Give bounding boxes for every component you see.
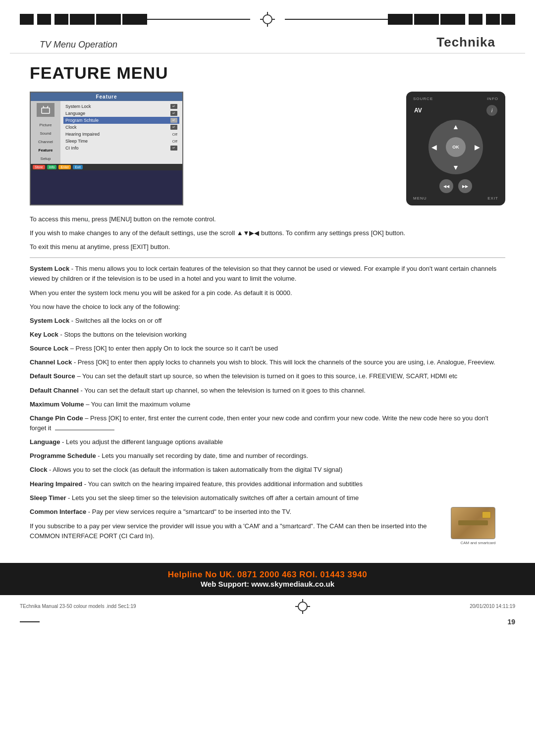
tv-sidebar-sound: Sound bbox=[40, 130, 51, 137]
page-number: 19 bbox=[507, 618, 515, 626]
desc-keylock: Key Lock - Stops the buttons on the tele… bbox=[30, 330, 505, 340]
desc-clock-text: - Allows you to set the clock (as defaul… bbox=[49, 466, 342, 473]
feature-name-systemlock: System Lock bbox=[30, 265, 69, 272]
desc-lock-choice: You now have the choice to lock any of t… bbox=[30, 302, 505, 312]
top-bar-block bbox=[469, 14, 482, 25]
desc-pinchange: Change Pin Code – Press [OK] to enter, f… bbox=[30, 413, 505, 433]
remote-ok-button[interactable]: OK bbox=[446, 137, 466, 157]
desc-maxvolume: Maximum Volume – You can limit the maxim… bbox=[30, 400, 505, 409]
cam-card-image bbox=[451, 507, 495, 539]
desc-sleeptimer: Sleep Timer - Lets you set the sleep tim… bbox=[30, 493, 505, 503]
tv-row-hearingimpaired: Hearing Impaired Off bbox=[63, 131, 179, 138]
desc-commoninterface-text: - Pay per view services require a "smart… bbox=[88, 508, 291, 515]
page-number-row: 19 bbox=[0, 618, 535, 636]
enter-icon: ↵ bbox=[170, 104, 177, 109]
desc-systemlock-text: - This menu allows you to lock certain f… bbox=[30, 265, 496, 282]
tv-sidebar-picture: Picture bbox=[40, 122, 52, 128]
desc-cam-detail: If you subscribe to a pay per view servi… bbox=[30, 521, 441, 541]
remote-menu-label: MENU bbox=[413, 196, 427, 201]
desc-defaultchannel-text: - You can set the default start up chann… bbox=[81, 387, 366, 394]
exit-instruction: To exit this menu at anytime, press [EXI… bbox=[30, 242, 505, 252]
top-bar-block bbox=[122, 14, 147, 25]
desc-clock: Clock - Allows you to set the clock (as … bbox=[30, 465, 505, 475]
divider bbox=[30, 257, 505, 258]
desc-sourcelock-text: – Press [OK] to enter then apply On to l… bbox=[70, 345, 278, 352]
fn-language: Language bbox=[30, 438, 60, 446]
desc-sleeptimer-text: - Lets you set the sleep timer so the te… bbox=[68, 494, 359, 502]
tv-sidebar-setup: Setup bbox=[41, 155, 51, 162]
remote-control: SOURCE INFO AV i ▲ ▼ ◀ ▶ OK bbox=[406, 92, 505, 205]
remote-left-arrow[interactable]: ◀ bbox=[431, 143, 437, 151]
enter-icon: ↵ bbox=[170, 118, 177, 123]
top-bar-block bbox=[20, 14, 34, 25]
tv-title-bar: Feature bbox=[31, 93, 182, 101]
top-bar-block bbox=[388, 14, 413, 25]
tv-row-clock: Clock ↵ bbox=[63, 124, 179, 131]
scroll-arrows-icon: ▲▼▶◀ bbox=[237, 228, 260, 238]
fn-keylock: Key Lock bbox=[30, 331, 58, 338]
remote-bottom-labels: MENU EXIT bbox=[411, 196, 500, 201]
cam-image-section: CAM and smartcard bbox=[451, 507, 505, 545]
crosshair-icon bbox=[260, 12, 275, 27]
desc-language: Language - Lets you adjust the different… bbox=[30, 437, 505, 447]
remote-info-button[interactable]: i bbox=[486, 105, 497, 116]
fn-defaultsource: Default Source bbox=[30, 372, 75, 380]
remote-extra-buttons: ◀◀ ▶▶ bbox=[428, 177, 483, 193]
desc-sourcelock: Source Lock – Press [OK] to enter then a… bbox=[30, 344, 505, 353]
desc-defaultchannel: Default Channel - You can set the defaul… bbox=[30, 386, 505, 396]
tv-blue-btn: Exit bbox=[73, 165, 83, 169]
subtitle: TV Menu Operation bbox=[40, 40, 117, 50]
tv-screen-mockup: Feature Picture Sound Channel Feature Se… bbox=[30, 92, 183, 205]
tv-row-ciinfo: CI Info ↵ bbox=[63, 145, 179, 151]
remote-up-arrow[interactable]: ▲ bbox=[452, 123, 459, 131]
footer-helpline: Helpline No UK. 0871 2000 463 ROI. 01443… bbox=[20, 570, 515, 580]
fn-hearingimpaired: Hearing Impaired bbox=[30, 480, 82, 488]
meta-right: 20/01/2010 14:11:19 bbox=[470, 604, 515, 609]
remote-right-arrow[interactable]: ▶ bbox=[475, 143, 480, 151]
desc-defaultsource: Default Source – You can set the default… bbox=[30, 371, 505, 381]
header-section: TV Menu Operation Technika bbox=[10, 30, 525, 53]
remote-down-arrow[interactable]: ▼ bbox=[452, 163, 459, 171]
cam-card-stripe bbox=[458, 520, 488, 525]
cam-section: Common Interface - Pay per view services… bbox=[30, 507, 505, 545]
fn-sourcelock: Source Lock bbox=[30, 345, 68, 352]
fn-sleeptimer: Sleep Timer bbox=[30, 494, 66, 502]
page-title: FEATURE MENU bbox=[30, 63, 505, 83]
remote-small-btn2[interactable]: ▶▶ bbox=[458, 179, 472, 193]
scroll-suffix: buttons. To confirm any settings press [… bbox=[261, 229, 405, 237]
top-bar-block bbox=[414, 14, 439, 25]
desc-progschedule-text: - Lets you manually set recording by dat… bbox=[98, 452, 308, 459]
remote-exit-label: EXIT bbox=[487, 196, 498, 201]
tv-sidebar-logo-icon bbox=[37, 103, 54, 117]
tv-yellow-btn: Enter bbox=[58, 165, 71, 169]
screenshots-section: Feature Picture Sound Channel Feature Se… bbox=[30, 92, 505, 205]
main-content: FEATURE MENU Feature Picture Sound Chann… bbox=[0, 53, 535, 563]
top-bar-block bbox=[70, 14, 95, 25]
remote-dpad[interactable]: ▲ ▼ ◀ ▶ OK bbox=[428, 120, 483, 174]
tv-sidebar: Picture Sound Channel Feature Setup bbox=[31, 101, 60, 164]
desc-cam-detail-text: If you subscribe to a pay per view servi… bbox=[30, 522, 427, 540]
bottom-line bbox=[20, 621, 40, 622]
svg-rect-0 bbox=[42, 108, 50, 113]
tv-row-systemlock: System Lock ↵ bbox=[63, 103, 179, 110]
tv-row-programschedule: Program Schtule ↵ bbox=[63, 117, 179, 124]
remote-small-btn1[interactable]: ◀◀ bbox=[439, 179, 453, 193]
info-label: INFO bbox=[487, 97, 498, 101]
fn-commoninterface: Common Interface bbox=[30, 508, 86, 515]
desc-syslock-text: - Switches all the locks on or off bbox=[71, 317, 162, 324]
top-bar-block bbox=[96, 14, 121, 25]
top-bar-right-blocks bbox=[388, 14, 515, 25]
meta-crosshair-icon bbox=[295, 599, 310, 614]
tv-sidebar-feature: Feature bbox=[39, 147, 53, 153]
scroll-text: If you wish to make changes to any of th… bbox=[30, 229, 235, 237]
top-bar-block bbox=[486, 14, 500, 25]
tv-sidebar-channel: Channel bbox=[38, 139, 53, 145]
footer-bar: Helpline No UK. 0871 2000 463 ROI. 01443… bbox=[0, 563, 535, 595]
scroll-instruction: If you wish to make changes to any of th… bbox=[30, 228, 505, 238]
desc-channellock: Channel Lock - Press [OK] to enter then … bbox=[30, 357, 505, 367]
remote-av-text: AV bbox=[414, 107, 422, 114]
desc-hearingimpaired-text: - You can switch on the hearing impaired… bbox=[84, 480, 363, 488]
cam-label: CAM and smartcard bbox=[451, 541, 505, 545]
top-bar-block bbox=[501, 14, 515, 25]
meta-left: TEchnika Manual 23-50 colour models .ind… bbox=[20, 604, 136, 609]
